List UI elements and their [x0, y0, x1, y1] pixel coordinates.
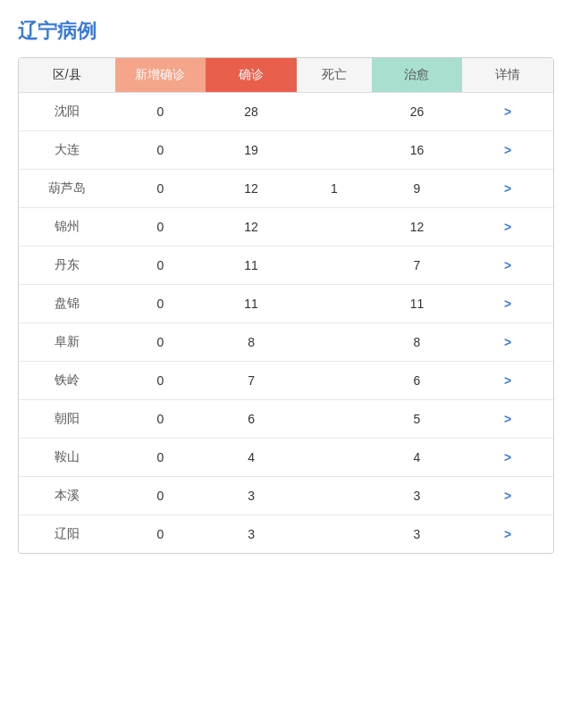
table-row: 大连01916> — [19, 131, 553, 170]
cell-area: 阜新 — [19, 323, 115, 362]
header-quezhen: 确诊 — [206, 58, 297, 93]
cell-detail[interactable]: > — [462, 93, 553, 131]
cell-area: 丹东 — [19, 247, 115, 285]
cell-siwang — [297, 515, 372, 554]
cell-quezhen: 28 — [206, 93, 297, 131]
cell-area: 辽阳 — [19, 515, 115, 554]
cell-zhiyu: 5 — [372, 400, 463, 439]
cell-xinzeng: 0 — [115, 400, 206, 439]
table-row: 朝阳065> — [19, 400, 553, 439]
cell-siwang — [297, 131, 372, 170]
cell-detail[interactable]: > — [462, 362, 553, 400]
table-row: 沈阳02826> — [19, 93, 553, 131]
header-siwang: 死亡 — [297, 58, 372, 93]
cell-xinzeng: 0 — [115, 362, 206, 400]
cell-siwang — [297, 362, 372, 400]
cell-quezhen: 19 — [206, 131, 297, 170]
cell-zhiyu: 6 — [372, 362, 463, 400]
cell-siwang — [297, 247, 372, 285]
table-row: 阜新088> — [19, 323, 553, 362]
table-row: 丹东0117> — [19, 247, 553, 285]
cell-zhiyu: 9 — [372, 170, 463, 208]
cell-siwang — [297, 477, 372, 515]
cell-siwang: 1 — [297, 170, 372, 208]
cell-zhiyu: 16 — [372, 131, 463, 170]
cell-siwang — [297, 400, 372, 439]
table-row: 铁岭076> — [19, 362, 553, 400]
cell-zhiyu: 26 — [372, 93, 463, 131]
data-table: 区/县 新增确诊 确诊 死亡 治愈 详情 沈阳02826>大连01916>葫芦岛… — [18, 57, 554, 554]
header-xinzeng: 新增确诊 — [115, 58, 206, 93]
cell-quezhen: 11 — [206, 247, 297, 285]
cell-area: 盘锦 — [19, 285, 115, 323]
cell-xinzeng: 0 — [115, 515, 206, 554]
table-row: 鞍山044> — [19, 439, 553, 477]
cell-zhiyu: 11 — [372, 285, 463, 323]
cell-detail[interactable]: > — [462, 247, 553, 285]
cell-siwang — [297, 208, 372, 247]
cell-zhiyu: 3 — [372, 477, 463, 515]
cell-xinzeng: 0 — [115, 247, 206, 285]
cell-area: 沈阳 — [19, 93, 115, 131]
cell-siwang — [297, 285, 372, 323]
table-row: 盘锦01111> — [19, 285, 553, 323]
cell-zhiyu: 8 — [372, 323, 463, 362]
table-row: 辽阳033> — [19, 515, 553, 554]
cell-xinzeng: 0 — [115, 170, 206, 208]
cell-quezhen: 3 — [206, 477, 297, 515]
table-row: 葫芦岛01219> — [19, 170, 553, 208]
cell-detail[interactable]: > — [462, 439, 553, 477]
cell-xinzeng: 0 — [115, 208, 206, 247]
cell-zhiyu: 7 — [372, 247, 463, 285]
cell-quezhen: 3 — [206, 515, 297, 554]
cell-detail[interactable]: > — [462, 170, 553, 208]
cell-zhiyu: 3 — [372, 515, 463, 554]
cell-detail[interactable]: > — [462, 400, 553, 439]
cell-xinzeng: 0 — [115, 439, 206, 477]
cell-xinzeng: 0 — [115, 323, 206, 362]
cell-zhiyu: 12 — [372, 208, 463, 247]
cell-quezhen: 11 — [206, 285, 297, 323]
page-title: 辽宁病例 — [18, 18, 554, 45]
cell-area: 本溪 — [19, 477, 115, 515]
table-header: 区/县 新增确诊 确诊 死亡 治愈 详情 — [19, 58, 553, 93]
cell-area: 铁岭 — [19, 362, 115, 400]
header-zhiyu: 治愈 — [372, 58, 463, 93]
cell-siwang — [297, 439, 372, 477]
cell-xinzeng: 0 — [115, 131, 206, 170]
cell-quezhen: 7 — [206, 362, 297, 400]
cell-xinzeng: 0 — [115, 477, 206, 515]
table-row: 锦州01212> — [19, 208, 553, 247]
cell-area: 朝阳 — [19, 400, 115, 439]
cell-zhiyu: 4 — [372, 439, 463, 477]
cell-detail[interactable]: > — [462, 131, 553, 170]
cell-quezhen: 4 — [206, 439, 297, 477]
cell-detail[interactable]: > — [462, 285, 553, 323]
cell-quezhen: 8 — [206, 323, 297, 362]
cell-xinzeng: 0 — [115, 285, 206, 323]
header-area: 区/县 — [19, 58, 115, 93]
cell-area: 大连 — [19, 131, 115, 170]
cell-detail[interactable]: > — [462, 208, 553, 247]
cell-area: 鞍山 — [19, 439, 115, 477]
cell-siwang — [297, 323, 372, 362]
cell-quezhen: 12 — [206, 208, 297, 247]
cell-quezhen: 12 — [206, 170, 297, 208]
header-xiangqing: 详情 — [462, 58, 553, 93]
cell-detail[interactable]: > — [462, 515, 553, 554]
cell-area: 锦州 — [19, 208, 115, 247]
cell-area: 葫芦岛 — [19, 170, 115, 208]
cell-detail[interactable]: > — [462, 477, 553, 515]
table-row: 本溪033> — [19, 477, 553, 515]
cell-detail[interactable]: > — [462, 323, 553, 362]
cell-xinzeng: 0 — [115, 93, 206, 131]
cell-siwang — [297, 93, 372, 131]
cell-quezhen: 6 — [206, 400, 297, 439]
